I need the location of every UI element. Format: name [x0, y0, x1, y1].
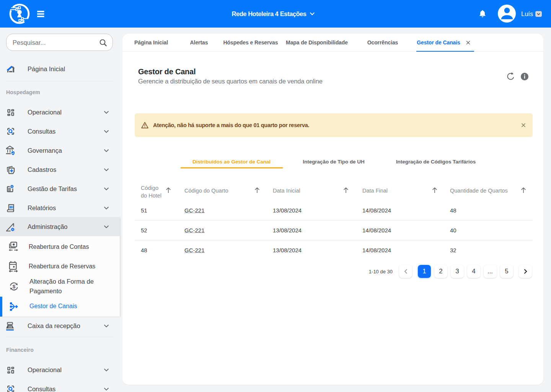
svg-text:$: $: [13, 284, 16, 289]
